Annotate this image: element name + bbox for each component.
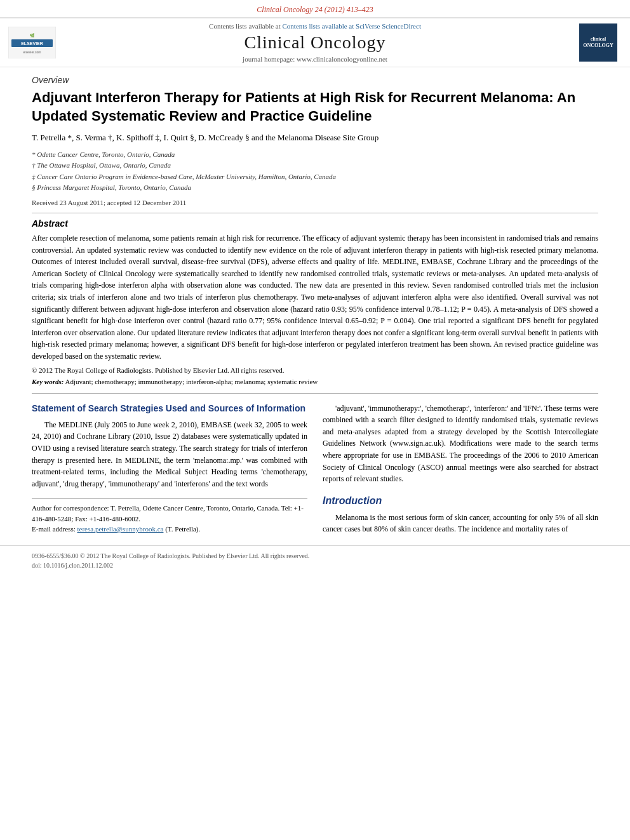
abstract-text: After complete resection of melanoma, so… [32,232,598,363]
footnote-section: Author for correspondence: T. Petrella, … [32,498,307,535]
sciverse-link[interactable]: Contents lists available at SciVerse Sci… [283,22,421,30]
journal-header-bar: 🌿 ELSEVIER elsevier.com Contents lists a… [0,17,630,67]
article-title: Adjuvant Interferon Therapy for Patients… [32,89,598,125]
left-column: Statement of Search Strategies Used and … [32,403,307,539]
authors-line: T. Petrella *, S. Verma †, K. Spithoff ‡… [32,131,598,144]
affiliations: * Odette Cancer Centre, Toronto, Ontario… [32,149,598,194]
footer-doi: doi: 10.1016/j.clon.2011.12.002 [32,561,598,570]
divider-2 [32,393,598,394]
journal-citation: Clinical Oncology 24 (2012) 413–423 [0,0,630,17]
introduction-text: Melanoma is the most serious form of ski… [323,512,598,535]
two-column-body: Statement of Search Strategies Used and … [32,403,598,539]
copyright-line: © 2012 The Royal College of Radiologists… [32,366,598,374]
abstract-section: Abstract After complete resection of mel… [32,218,598,385]
oncology-logo-container: clinical ONCOLOGY [573,23,624,62]
svg-text:elsevier.com: elsevier.com [23,50,41,54]
overview-label: Overview [32,75,598,85]
email-link[interactable]: teresa.petrella@sunnybrook.ca [77,525,163,533]
footnote-author: Author for correspondence: T. Petrella, … [32,503,307,524]
footer-issn: 0936-6555/$36.00 © 2012 The Royal Colleg… [32,551,598,561]
page-footer: 0936-6555/$36.00 © 2012 The Royal Colleg… [0,545,630,575]
sciverse-line: Contents lists available at Contents lis… [64,22,566,30]
svg-text:ELSEVIER: ELSEVIER [21,41,43,46]
svg-text:🌿: 🌿 [30,33,35,38]
article-content: Overview Adjuvant Interferon Therapy for… [0,67,630,539]
elsevier-logo-container: 🌿 ELSEVIER elsevier.com [6,27,57,58]
search-section-heading: Statement of Search Strategies Used and … [32,403,307,414]
search-section-text: The MEDLINE (July 2005 to June week 2, 2… [32,419,307,490]
oncology-logo-icon: clinical ONCOLOGY [579,23,617,62]
footnote-email: E-mail address: teresa.petrella@sunnybro… [32,524,307,535]
search-right-text: 'adjuvant', 'immunotherapy:', 'chemother… [323,403,598,485]
citation-text: Clinical Oncology 24 (2012) 413–423 [257,5,373,14]
divider-1 [32,213,598,213]
keywords-line: Key words: Adjuvant; chemotherapy; immun… [32,378,598,385]
abstract-title: Abstract [32,218,598,229]
elsevier-logo-icon: 🌿 ELSEVIER elsevier.com [8,27,56,58]
journal-title-container: Contents lists available at Contents lis… [64,22,566,63]
journal-title: Clinical Oncology [64,32,566,53]
introduction-heading: Introduction [323,495,598,507]
journal-homepage: journal homepage: www.clinicaloncologyon… [64,55,566,63]
received-line: Received 23 August 2011; accepted 12 Dec… [32,199,598,206]
right-column: 'adjuvant', 'immunotherapy:', 'chemother… [323,403,598,539]
